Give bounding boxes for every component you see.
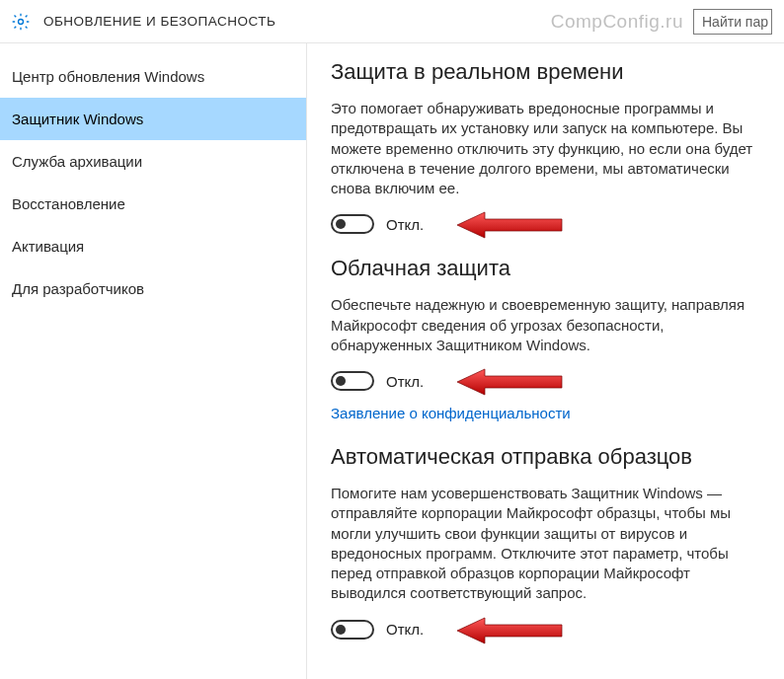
header: ОБНОВЛЕНИЕ И БЕЗОПАСНОСТЬ CompConfig.ru … [0,0,784,43]
gear-icon [10,11,32,33]
section-desc: Обеспечьте надежную и своевременную защи… [331,295,762,355]
arrow-icon [457,365,566,399]
watermark: CompConfig.ru [551,11,683,33]
svg-marker-1 [457,212,562,238]
toggle-samples[interactable] [331,620,374,640]
toggle-cloud[interactable] [331,371,374,391]
toggle-row: Откл. [331,214,762,234]
page-title: ОБНОВЛЕНИЕ И БЕЗОПАСНОСТЬ [43,14,551,29]
content: Защита в реальном времени Это помогает о… [307,43,784,679]
section-sample-submission: Автоматическая отправка образцов Помогит… [331,444,762,640]
toggle-realtime[interactable] [331,214,374,234]
toggle-label: Откл. [386,621,424,638]
sidebar: Центр обновления Windows Защитник Window… [0,43,307,679]
section-desc: Помогите нам усовершенствовать Защитник … [331,484,762,604]
sidebar-item-activation[interactable]: Активация [0,225,306,267]
section-desc: Это помогает обнаруживать вредоносные пр… [331,99,762,198]
toggle-label: Откл. [386,216,424,233]
toggle-row: Откл. [331,371,762,391]
sidebar-item-recovery[interactable]: Восстановление [0,183,306,225]
svg-marker-2 [457,369,562,395]
arrow-icon [457,614,566,647]
section-realtime-protection: Защита в реальном времени Это помогает о… [331,59,762,234]
section-title: Облачная защита [331,256,762,281]
search-input[interactable]: Найти пар [693,9,772,35]
arrow-icon [457,208,566,242]
svg-marker-3 [457,618,562,643]
toggle-row: Откл. [331,620,762,640]
section-title: Автоматическая отправка образцов [331,444,762,470]
section-title: Защита в реальном времени [331,59,762,85]
svg-point-0 [19,19,24,24]
privacy-link[interactable]: Заявление о конфиденциальности [331,405,571,421]
toggle-label: Откл. [386,373,424,390]
sidebar-item-windows-defender[interactable]: Защитник Windows [0,98,306,140]
sidebar-item-windows-update[interactable]: Центр обновления Windows [0,55,306,98]
section-cloud-protection: Облачная защита Обеспечьте надежную и св… [331,256,762,422]
sidebar-item-developers[interactable]: Для разработчиков [0,267,306,310]
sidebar-item-backup[interactable]: Служба архивации [0,140,306,183]
